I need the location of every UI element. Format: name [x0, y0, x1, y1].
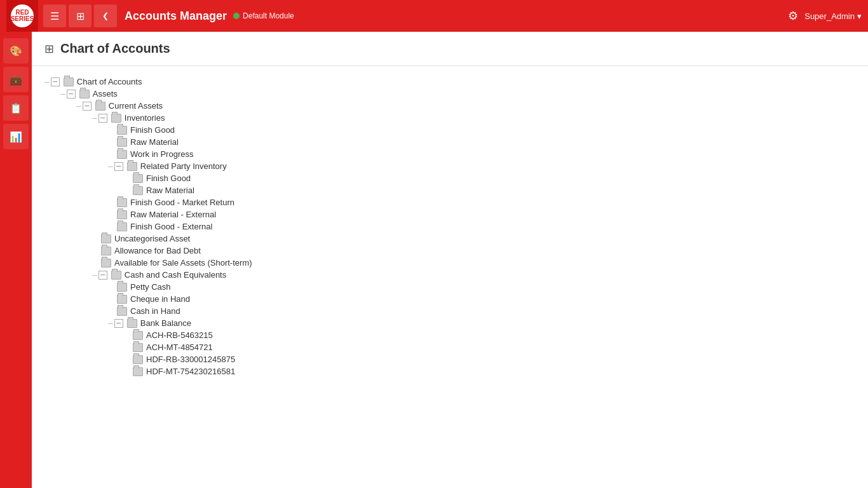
- tree-row[interactable]: ACH-MT-4854721: [44, 341, 855, 353]
- folder-icon: [117, 210, 127, 219]
- node-label: Inventories: [125, 113, 165, 123]
- tree-row[interactable]: Finish Good: [44, 124, 855, 136]
- tree-row[interactable]: ─ ─ Chart of Accounts: [44, 76, 855, 88]
- tree-row[interactable]: Finish Good - Market Return: [44, 196, 855, 208]
- node-label: Related Party Inventory: [140, 161, 227, 171]
- node-label: Chart of Accounts: [77, 77, 142, 86]
- tree-row[interactable]: Cheque in Hand: [44, 293, 855, 305]
- folder-icon: [127, 162, 137, 171]
- node-label: Current Assets: [109, 101, 163, 111]
- tree-row[interactable]: Finish Good - External: [44, 220, 855, 233]
- toggle-cash[interactable]: ─ ─: [92, 271, 109, 280]
- tree-row[interactable]: ACH-RB-5463215: [44, 329, 855, 341]
- sidebar-briefcase-button[interactable]: 💼: [3, 67, 29, 92]
- toggle-current-assets[interactable]: ─ ─: [76, 102, 93, 111]
- folder-icon: [101, 259, 111, 268]
- tree-row[interactable]: Uncategorised Asset: [44, 233, 855, 245]
- folder-icon: [101, 247, 111, 255]
- node-label: ACH-RB-5463215: [146, 330, 213, 340]
- folder-icon: [133, 186, 143, 195]
- app-title-area: Accounts Manager Default Module: [125, 10, 788, 23]
- folder-icon: [133, 367, 143, 376]
- tree-row[interactable]: ─ ─ Inventories: [44, 112, 855, 124]
- tree-row[interactable]: Available for Sale Assets (Short-term): [44, 257, 855, 269]
- toggle-related-party[interactable]: ─ ─: [108, 162, 125, 171]
- tree-row[interactable]: Finish Good: [44, 172, 855, 184]
- folder-icon: [133, 331, 143, 340]
- node-label: Work in Progress: [130, 149, 193, 159]
- folder-icon: [117, 283, 127, 292]
- node-label: HDF-MT-754230216581: [146, 367, 235, 376]
- node-label: Petty Cash: [130, 282, 171, 292]
- navbar: REDSERIES ☰ ⊞ ❮ Accounts Manager Default…: [0, 0, 868, 32]
- folder-icon: [117, 126, 127, 135]
- tree-row[interactable]: Raw Material - External: [44, 208, 855, 220]
- node-label: Finish Good - Market Return: [130, 198, 234, 207]
- tree-toggle-icon[interactable]: ─: [98, 271, 107, 280]
- tree-row[interactable]: Work in Progress: [44, 148, 855, 160]
- folder-icon: [133, 343, 143, 352]
- node-label: Bank Balance: [140, 318, 191, 328]
- app-logo: REDSERIES: [6, 0, 38, 32]
- tree-row[interactable]: Raw Material: [44, 136, 855, 148]
- node-label: HDF-RB-330001245875: [146, 355, 235, 364]
- main-layout: 🎨 💼 📋 📊 ⊞ Chart of Accounts ─ ─ Chart of…: [0, 32, 868, 488]
- toggle-assets[interactable]: ─ ─: [60, 90, 78, 98]
- tree-row[interactable]: Raw Material: [44, 184, 855, 196]
- node-label: Allowance for Bad Debt: [114, 246, 201, 255]
- apps-button[interactable]: ⊞: [69, 4, 92, 27]
- logo-circle: REDSERIES: [11, 4, 34, 27]
- node-label: Raw Material - External: [130, 210, 216, 219]
- hamburger-button[interactable]: ☰: [43, 4, 66, 27]
- node-label: Raw Material: [146, 186, 194, 195]
- toggle-root[interactable]: ─ ─: [44, 78, 62, 86]
- tree-toggle-icon[interactable]: ─: [51, 78, 60, 86]
- node-label: ACH-MT-4854721: [146, 342, 213, 352]
- folder-icon: [117, 222, 127, 231]
- node-label: Available for Sale Assets (Short-term): [114, 258, 252, 268]
- tree-toggle-icon[interactable]: ─: [114, 162, 123, 171]
- default-module-badge: Default Module: [233, 11, 294, 20]
- sidebar-book-button[interactable]: 📋: [3, 95, 29, 121]
- sidebar-chart-button[interactable]: 📊: [3, 124, 29, 149]
- back-button[interactable]: ❮: [94, 4, 117, 27]
- folder-icon: [117, 307, 127, 316]
- sidebar-palette-button[interactable]: 🎨: [3, 38, 29, 64]
- node-label: Cash in Hand: [130, 306, 180, 316]
- folder-icon: [117, 198, 127, 207]
- tree-row[interactable]: Cash in Hand: [44, 305, 855, 317]
- navbar-right: ⚙ Super_Admin ▾: [788, 9, 862, 23]
- app-title: Accounts Manager: [125, 10, 227, 23]
- badge-dot: [233, 13, 240, 19]
- user-name: Super_Admin: [804, 11, 855, 21]
- node-label: Finish Good: [130, 125, 175, 135]
- tree-row[interactable]: ─ ─ Cash and Cash Equivalents: [44, 269, 855, 281]
- tree-toggle-icon[interactable]: ─: [114, 319, 123, 328]
- tree-row[interactable]: ─ ─ Current Assets: [44, 100, 855, 112]
- tree-row[interactable]: ─ ─ Assets: [44, 88, 855, 100]
- tree-toggle-icon[interactable]: ─: [83, 102, 92, 111]
- toggle-inventories[interactable]: ─ ─: [92, 114, 109, 123]
- folder-icon: [117, 150, 127, 159]
- tree-row[interactable]: ─ ─ Related Party Inventory: [44, 160, 855, 172]
- folder-icon: [111, 114, 121, 123]
- sidebar-icons: 🎨 💼 📋 📊: [0, 32, 32, 488]
- tree-area[interactable]: ─ ─ Chart of Accounts ─ ─ Assets ─ ─: [32, 66, 868, 488]
- page-header: ⊞ Chart of Accounts: [32, 32, 868, 66]
- folder-icon: [64, 78, 74, 86]
- tree-row[interactable]: Petty Cash: [44, 281, 855, 293]
- tree-row[interactable]: Allowance for Bad Debt: [44, 245, 855, 257]
- folder-icon: [117, 138, 127, 147]
- user-chevron-icon: ▾: [857, 11, 862, 21]
- node-label: Finish Good: [146, 173, 191, 183]
- tree-row[interactable]: HDF-RB-330001245875: [44, 353, 855, 365]
- tree-toggle-icon[interactable]: ─: [67, 90, 76, 98]
- toggle-bank-balance[interactable]: ─ ─: [108, 319, 125, 328]
- user-menu-button[interactable]: Super_Admin ▾: [804, 11, 862, 21]
- folder-icon: [95, 102, 105, 111]
- node-label: Cheque in Hand: [130, 294, 190, 304]
- settings-button[interactable]: ⚙: [788, 9, 798, 23]
- tree-row[interactable]: ─ ─ Bank Balance: [44, 317, 855, 329]
- tree-row[interactable]: HDF-MT-754230216581: [44, 365, 855, 377]
- tree-toggle-icon[interactable]: ─: [98, 114, 107, 123]
